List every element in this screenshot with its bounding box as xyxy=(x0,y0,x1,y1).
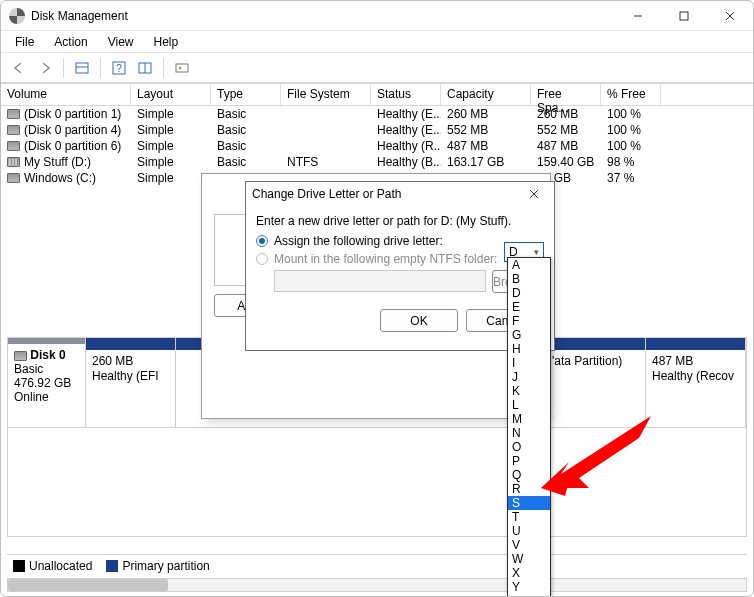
cell-layout: Simple xyxy=(131,107,211,121)
cell-layout: Simple xyxy=(131,155,211,169)
back-button[interactable] xyxy=(7,56,31,80)
cell-type: Basic xyxy=(211,107,281,121)
cell-type: Basic xyxy=(211,139,281,153)
drive-letter-option[interactable]: M xyxy=(508,412,550,426)
cell-status: Healthy (E... xyxy=(371,123,441,137)
partition-block[interactable]: 'ata Partition) xyxy=(546,338,646,427)
minimize-button[interactable] xyxy=(615,1,661,31)
col-layout[interactable]: Layout xyxy=(131,84,211,105)
col-freespace[interactable]: Free Spa... xyxy=(531,84,601,105)
drive-letter-option[interactable]: X xyxy=(508,566,550,580)
volume-icon xyxy=(7,157,20,167)
menu-help[interactable]: Help xyxy=(146,33,187,51)
cell-freespace: 260 MB xyxy=(531,107,601,121)
close-button[interactable] xyxy=(707,1,753,31)
drive-letter-option[interactable]: V xyxy=(508,538,550,552)
maximize-button[interactable] xyxy=(661,1,707,31)
drive-letter-option[interactable]: I xyxy=(508,356,550,370)
radio-assign-letter[interactable] xyxy=(256,235,268,247)
disk-type: Basic xyxy=(14,362,43,376)
disk-label[interactable]: Disk 0 Basic 476.92 GB Online xyxy=(8,338,86,427)
drive-letter-option[interactable]: P xyxy=(508,454,550,468)
col-type[interactable]: Type xyxy=(211,84,281,105)
drive-letter-option[interactable]: R xyxy=(508,482,550,496)
table-row[interactable]: My Stuff (D:)SimpleBasicNTFSHealthy (B..… xyxy=(1,154,753,170)
disk-status: Online xyxy=(14,390,49,404)
cell-pctfree: 100 % xyxy=(601,139,661,153)
volume-icon xyxy=(7,125,20,135)
cell-capacity: 260 MB xyxy=(441,107,531,121)
partition-block[interactable]: 260 MBHealthy (EFI xyxy=(86,338,176,427)
disk-size: 476.92 GB xyxy=(14,376,71,390)
titlebar: Disk Management xyxy=(1,1,753,31)
partition-line1: 260 MB xyxy=(92,354,169,369)
drive-letter-option[interactable]: H xyxy=(508,342,550,356)
cell-layout: Simple xyxy=(131,139,211,153)
legend-primary: Primary partition xyxy=(122,559,209,573)
svg-rect-4 xyxy=(76,63,88,73)
menu-file[interactable]: File xyxy=(7,33,42,51)
col-status[interactable]: Status xyxy=(371,84,441,105)
cell-pctfree: 100 % xyxy=(601,123,661,137)
drive-letter-option[interactable]: Q xyxy=(508,468,550,482)
volume-name: (Disk 0 partition 6) xyxy=(24,139,121,153)
drive-letter-option[interactable]: W xyxy=(508,552,550,566)
toolbar-settings-icon[interactable] xyxy=(170,56,194,80)
drive-letter-option[interactable]: L xyxy=(508,398,550,412)
drive-letter-option[interactable]: B xyxy=(508,272,550,286)
svg-text:?: ? xyxy=(116,63,122,74)
table-row[interactable]: (Disk 0 partition 1)SimpleBasicHealthy (… xyxy=(1,106,753,122)
legend-unallocated: Unallocated xyxy=(29,559,92,573)
drive-letter-option[interactable]: Y xyxy=(508,580,550,594)
menu-view[interactable]: View xyxy=(100,33,142,51)
drive-letter-option[interactable]: U xyxy=(508,524,550,538)
horizontal-scrollbar[interactable] xyxy=(7,578,747,592)
drive-letter-option[interactable]: T xyxy=(508,510,550,524)
drive-letter-option[interactable]: S xyxy=(508,496,550,510)
app-icon xyxy=(9,8,25,24)
toolbar: ? xyxy=(1,53,753,83)
drive-letter-option[interactable]: D xyxy=(508,286,550,300)
volume-name: My Stuff (D:) xyxy=(24,155,91,169)
cell-pctfree: 37 % xyxy=(601,171,661,185)
table-row[interactable]: (Disk 0 partition 4)SimpleBasicHealthy (… xyxy=(1,122,753,138)
radio-mount-folder[interactable] xyxy=(256,253,268,265)
drive-letter-dropdown-list[interactable]: ABDEFGHIJKLMNOPQRSTUVWXYZ xyxy=(507,257,551,597)
partition-block[interactable]: 487 MBHealthy (Recov xyxy=(646,338,746,427)
col-filesystem[interactable]: File System xyxy=(281,84,371,105)
drive-letter-option[interactable]: J xyxy=(508,370,550,384)
label-mount-folder: Mount in the following empty NTFS folder… xyxy=(274,252,497,266)
drive-letter-option[interactable]: O xyxy=(508,440,550,454)
volume-icon xyxy=(7,141,20,151)
partition-line1: 487 MB xyxy=(652,354,739,369)
child-dialog-close-icon[interactable] xyxy=(520,183,548,205)
help-icon[interactable]: ? xyxy=(107,56,131,80)
cell-layout: Simple xyxy=(131,123,211,137)
volume-icon xyxy=(7,109,20,119)
drive-letter-option[interactable]: A xyxy=(508,258,550,272)
svg-rect-10 xyxy=(176,64,188,72)
forward-button[interactable] xyxy=(33,56,57,80)
toolbar-view-icon[interactable] xyxy=(70,56,94,80)
col-volume[interactable]: Volume xyxy=(1,84,131,105)
disk-name: Disk 0 xyxy=(30,348,65,362)
table-row[interactable]: (Disk 0 partition 6)SimpleBasicHealthy (… xyxy=(1,138,753,154)
child-dialog-prompt: Enter a new drive letter or path for D: … xyxy=(256,214,544,228)
drive-letter-option[interactable]: N xyxy=(508,426,550,440)
drive-letter-option[interactable]: G xyxy=(508,328,550,342)
menubar: File Action View Help xyxy=(1,31,753,53)
volume-name: (Disk 0 partition 1) xyxy=(24,107,121,121)
drive-letter-option[interactable]: E xyxy=(508,300,550,314)
toolbar-layout-icon[interactable] xyxy=(133,56,157,80)
chevron-down-icon: ▾ xyxy=(534,247,539,257)
drive-letter-option[interactable]: F xyxy=(508,314,550,328)
menu-action[interactable]: Action xyxy=(46,33,95,51)
drive-letter-option[interactable]: K xyxy=(508,384,550,398)
partition-line2: 'ata Partition) xyxy=(552,354,639,369)
volume-name: Windows (C:) xyxy=(24,171,96,185)
mount-folder-field xyxy=(274,270,486,292)
col-capacity[interactable]: Capacity xyxy=(441,84,531,105)
swatch-unallocated xyxy=(13,560,25,572)
child-ok-button[interactable]: OK xyxy=(380,309,458,332)
col-pctfree[interactable]: % Free xyxy=(601,84,661,105)
